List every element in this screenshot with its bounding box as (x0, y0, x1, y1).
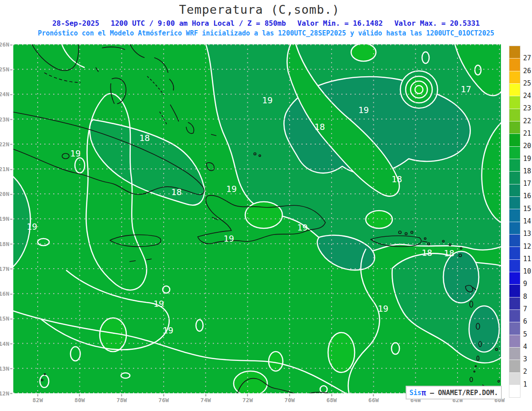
colorbar-labels: 2726252423222120191817161514131211109876… (523, 46, 532, 397)
colorbar-segment (509, 71, 520, 83)
colorbar-segment (509, 222, 520, 234)
colorbar-tick-label: 12 (523, 243, 531, 251)
lon-tick-label: 72W (243, 394, 253, 403)
lat-tick-label: 25N (0, 66, 12, 73)
info-run: 1200 UTC / 9:00 am Hora Local / Z = 850m… (111, 19, 286, 27)
colorbar-tick-label: 9 (523, 280, 527, 288)
colorbar-tick-label: 17 (523, 180, 531, 188)
colorbar-segment (509, 335, 520, 347)
lon-tick-label: 68W (326, 394, 336, 403)
temperature-colorbar (509, 46, 520, 398)
page-title: Temperatura (C,somb.) (0, 3, 519, 16)
colorbar-tick-label: 27 (523, 54, 531, 62)
colorbar-segment (509, 385, 520, 397)
colorbar-tick-label: 11 (523, 255, 531, 263)
colorbar-tick-label: 8 (523, 293, 527, 301)
lon-tick-label: 80W (74, 394, 85, 403)
colorbar-segment (509, 234, 520, 247)
colorbar-tick-label: 2 (523, 368, 527, 376)
colorbar-segment (509, 96, 520, 108)
lon-tick-label: 76W (158, 394, 168, 403)
colorbar-tick-label: 20 (523, 142, 531, 150)
colorbar-segment (509, 133, 520, 146)
colorbar-tick-label: 6 (523, 317, 527, 325)
colorbar-segment (509, 109, 520, 121)
colorbar-tick-label: 1 (523, 380, 527, 388)
colorbar-tick-label: 13 (523, 230, 531, 238)
lat-tick-label: 14N (0, 340, 12, 347)
lat-tick-label: 16N (0, 290, 12, 297)
colorbar-segment (509, 360, 520, 372)
map-canvas (13, 44, 501, 393)
lat-tick-label: 21N (0, 166, 12, 172)
lon-tick-label: 66W (368, 394, 379, 403)
colorbar-segment (509, 259, 520, 272)
lon-tick-label: 70W (284, 394, 294, 403)
lat-tick-label: 12N (0, 390, 12, 396)
info-datetime: 28-Sep-2025 (52, 19, 99, 27)
colorbar-tick-label: 14 (523, 217, 531, 225)
colorbar-tick-label: 16 (523, 192, 531, 200)
lon-tick-label: 82W (32, 394, 43, 403)
colorbar-tick-label: 3 (523, 355, 527, 363)
colorbar-segment (509, 121, 520, 133)
lon-tick-label: 78W (117, 394, 127, 403)
info-line: 28-Sep-20251200 UTC / 9:00 am Hora Local… (0, 19, 532, 27)
colorbar-tick-label: 26 (523, 67, 531, 75)
colorbar-segment (509, 209, 520, 221)
lat-tick-label: 17N (0, 265, 12, 272)
colorbar-tick-label: 21 (523, 129, 531, 137)
contour-map-svg (13, 44, 501, 393)
colorbar-segment (509, 272, 520, 284)
lon-tick-label: 74W (200, 394, 211, 403)
lat-tick-label: 26N (0, 41, 12, 48)
colorbar-segment (509, 58, 520, 70)
lat-tick-label: 23N (0, 116, 12, 122)
colorbar-tick-label: 15 (523, 205, 531, 213)
latitude-axis: 26N25N24N23N22N21N20N19N18N17N16N15N14N1… (0, 44, 12, 393)
lat-tick-label: 18N (0, 240, 12, 247)
colorbar-tick-label: 19 (523, 155, 531, 163)
lat-tick-label: 15N (0, 315, 12, 322)
colorbar-tick-label: 23 (523, 104, 531, 112)
sispi-logo-text: Sis (410, 389, 422, 397)
sispi-onamet-badge: Sisπ — ONAMET/REP.DOM. (406, 386, 502, 399)
colorbar-segment (509, 322, 520, 334)
colorbar-segment (509, 372, 520, 385)
colorbar-segment (509, 309, 520, 322)
sispi-pi-symbol: π (422, 388, 426, 397)
lat-tick-label: 22N (0, 141, 12, 147)
colorbar-segment (509, 196, 520, 209)
weather-map-figure: Temperatura (C,somb.) 28-Sep-20251200 UT… (0, 0, 532, 411)
colorbar-tick-label: 7 (523, 305, 527, 313)
onamet-org-text: — ONAMET/REP.DOM. (426, 389, 498, 397)
colorbar-segment (509, 146, 520, 159)
colorbar-tick-label: 18 (523, 167, 531, 175)
colorbar-segment (509, 83, 520, 96)
info-value-min: Valor Min. = 16.1482 (297, 19, 383, 27)
lat-tick-label: 19N (0, 215, 12, 222)
colorbar-tick-label: 4 (523, 343, 527, 351)
colorbar-tick-label: 25 (523, 79, 531, 87)
colorbar-segment (509, 297, 520, 309)
colorbar-segment (509, 347, 520, 360)
colorbar-segment (509, 247, 520, 259)
colorbar-segment (509, 171, 520, 184)
colorbar-segment (509, 184, 520, 196)
colorbar-segment (509, 159, 520, 171)
lat-tick-label: 13N (0, 365, 12, 372)
colorbar-tick-label: 5 (523, 330, 527, 338)
colorbar-segment (509, 284, 520, 297)
lat-tick-label: 20N (0, 191, 12, 197)
colorbar-tick-label: 10 (523, 267, 531, 275)
colorbar-tick-label: 22 (523, 117, 531, 125)
colorbar-tick-label: 24 (523, 92, 531, 100)
lat-tick-label: 24N (0, 91, 12, 98)
model-line: Pronóstico con el Modelo Atmósferico WRF… (0, 29, 532, 37)
colorbar-segment (509, 46, 520, 58)
info-value-max: Valor Max. = 20.5331 (394, 19, 480, 27)
